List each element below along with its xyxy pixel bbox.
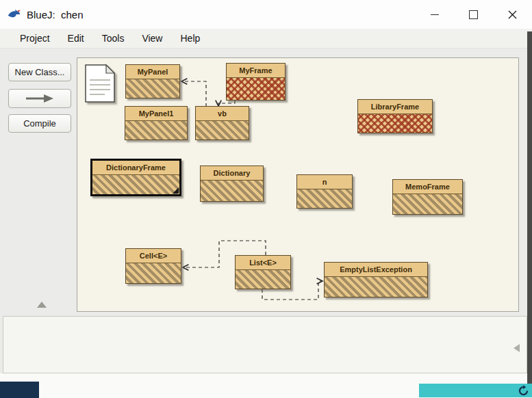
window-title: BlueJ: chen xyxy=(27,9,84,21)
close-icon xyxy=(508,10,517,19)
readme-icon[interactable] xyxy=(84,64,116,106)
refresh-icon[interactable] xyxy=(518,385,529,397)
class-box-dictionaryframe[interactable]: DictionaryFrame xyxy=(90,159,181,196)
class-box-libraryframe[interactable]: LibraryFrame xyxy=(357,99,433,133)
class-name-label: LibraryFrame xyxy=(358,100,432,114)
new-class-button[interactable]: New Class... xyxy=(8,63,71,81)
compiled-stripes xyxy=(201,181,263,201)
uncompiled-hatch xyxy=(358,114,432,133)
compile-button[interactable]: Compile xyxy=(8,114,71,133)
compiled-stripes xyxy=(297,189,352,208)
class-diagram[interactable]: MyPanelMyFrameMyPanel1vbLibraryFrameDict… xyxy=(77,57,519,312)
class-box-mypanel1[interactable]: MyPanel1 xyxy=(125,106,188,140)
scroll-left-icon[interactable] xyxy=(514,344,520,352)
class-name-label: Dictionary xyxy=(201,166,263,181)
compiled-stripes xyxy=(125,121,187,140)
compiled-stripes xyxy=(126,263,181,283)
object-bench[interactable] xyxy=(3,316,527,373)
uses-arrow-vb-to-mypanel[interactable] xyxy=(181,81,206,107)
menu-edit[interactable]: Edit xyxy=(59,31,93,46)
maximize-icon xyxy=(469,10,478,19)
class-box-cell-e[interactable]: Cell<E> xyxy=(125,248,181,284)
resize-handle[interactable] xyxy=(173,187,179,194)
minimize-button[interactable] xyxy=(415,0,454,29)
class-name-label: List<E> xyxy=(236,256,290,270)
close-button[interactable] xyxy=(493,0,532,29)
compiled-stripes xyxy=(325,277,427,297)
inherit-arrow-button[interactable] xyxy=(8,89,71,108)
class-box-emptylistexception[interactable]: EmptyListException xyxy=(324,262,428,297)
menu-project[interactable]: Project xyxy=(11,31,59,46)
class-name-label: DictionaryFrame xyxy=(92,161,179,175)
class-name-label: MyFrame xyxy=(227,64,285,78)
window-controls xyxy=(415,0,532,29)
class-box-list-e[interactable]: List<E> xyxy=(235,255,291,289)
navy-block xyxy=(0,382,39,398)
compiled-stripes xyxy=(236,270,290,289)
class-name-label: MyPanel1 xyxy=(125,107,187,121)
class-name-label: n xyxy=(297,175,352,189)
bluej-logo-icon xyxy=(6,7,21,22)
extends-arrow-icon xyxy=(24,94,55,103)
compiled-stripes xyxy=(196,121,249,140)
compiled-stripes xyxy=(92,175,179,194)
class-name-label: MyPanel xyxy=(126,65,179,79)
class-box-dictionary[interactable]: Dictionary xyxy=(200,165,264,202)
compiled-stripes xyxy=(126,79,179,98)
minimize-icon xyxy=(431,14,439,15)
window-frame-edge xyxy=(527,31,532,384)
title-bar: BlueJ: chen xyxy=(0,0,532,29)
uncompiled-hatch xyxy=(227,78,285,100)
class-name-label: vb xyxy=(196,107,249,121)
menu-help[interactable]: Help xyxy=(171,31,209,46)
class-box-vb[interactable]: vb xyxy=(195,106,249,140)
class-name-label: Cell<E> xyxy=(126,249,181,263)
maximize-button[interactable] xyxy=(454,0,493,29)
class-box-memoframe[interactable]: MemoFrame xyxy=(392,179,463,215)
panel-expand-triangle-icon[interactable] xyxy=(37,302,47,308)
uses-arrow-myframe-to-vb[interactable] xyxy=(218,101,235,106)
progress-bar xyxy=(419,384,532,397)
compiled-stripes xyxy=(393,194,462,214)
class-name-label: EmptyListException xyxy=(325,263,427,277)
bluej-window: BlueJ: chen Project Edit Tools View Help… xyxy=(0,0,532,398)
menu-tools[interactable]: Tools xyxy=(93,31,134,46)
class-name-label: MemoFrame xyxy=(393,180,462,194)
menu-bar: Project Edit Tools View Help xyxy=(0,29,532,49)
class-box-myframe[interactable]: MyFrame xyxy=(226,63,286,101)
menu-view[interactable]: View xyxy=(133,31,171,46)
class-box-mypanel[interactable]: MyPanel xyxy=(125,64,180,98)
class-box-n[interactable]: n xyxy=(296,174,353,209)
